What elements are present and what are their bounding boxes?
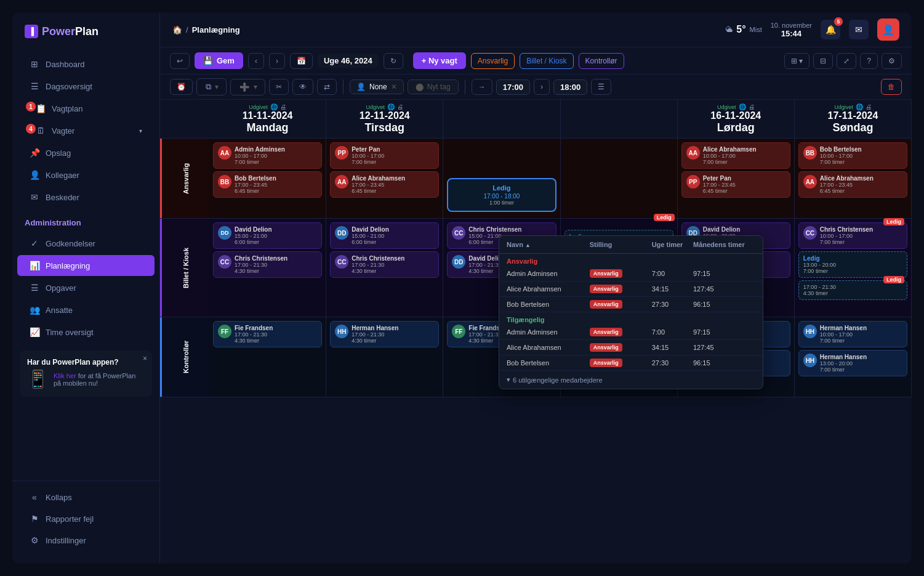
add-button[interactable]: ➕ xyxy=(237,83,252,92)
avatar: FF xyxy=(452,325,465,338)
shift-card[interactable]: DD David Delion 15:00 - 21:00 6:00 timer xyxy=(213,222,322,249)
shift-card[interactable]: AA Admin Adminsen 10:00 - 17:00 7:00 tim… xyxy=(213,142,322,169)
sidebar-item-beskeder[interactable]: ✉ Beskeder xyxy=(17,187,155,208)
next-icon: › xyxy=(540,83,543,91)
sidebar-item-dashboard[interactable]: ⊞ Dashboard xyxy=(17,54,155,75)
save-button[interactable]: 💾 Gem xyxy=(195,52,243,69)
kontroller-filter-button[interactable]: Kontrollør xyxy=(579,53,624,69)
help-button[interactable]: ? xyxy=(860,53,878,69)
shift-card[interactable]: Ledig CC Chris Christensen 10:00 - 17:00… xyxy=(798,222,907,249)
swap-button[interactable]: ⇄ xyxy=(317,79,337,95)
sidebar-bottom: « Kollaps ⚑ Rapporter fejl ⚙ Indstilling… xyxy=(12,481,159,551)
calendar-picker-button[interactable]: 📅 xyxy=(290,53,313,69)
dropdown-row[interactable]: Bob Bertelsen Ansvarlig 27:30 96:15 xyxy=(499,355,763,371)
undo-button[interactable]: ↩ xyxy=(170,53,190,69)
prev-week-button[interactable]: ‹ xyxy=(248,53,264,69)
shift-card[interactable]: BB Bob Bertelsen 10:00 - 17:00 7:00 time… xyxy=(798,142,907,169)
tag-input[interactable]: ⬤ Nyt tag xyxy=(408,79,459,94)
shift-info: Alice Abrahamsen 17:00 - 23:45 6:45 time… xyxy=(352,175,405,194)
udgivet-label: Udgivet xyxy=(717,104,736,110)
arrow-right-button[interactable]: → xyxy=(472,79,492,95)
notifications-button[interactable]: 🔔 5 xyxy=(821,20,840,39)
shift-card[interactable]: HH Herman Hansen 17:00 - 21:30 4:30 time… xyxy=(330,321,439,347)
ledig-badge: Ledig xyxy=(883,218,904,225)
dropdown-row[interactable]: Admin Adminsen Ansvarlig 7:00 97:15 xyxy=(499,325,763,340)
billet-label: Billet / Kiosk xyxy=(526,57,566,65)
shift-card[interactable]: DD David Delion 15:00 - 21:00 6:00 timer xyxy=(330,222,439,249)
home-icon[interactable]: 🏠 xyxy=(172,25,182,34)
col-maaned: Månedens timer xyxy=(693,241,755,248)
sidebar-item-vagter[interactable]: 4 🗓 Vagter ▾ xyxy=(17,120,155,141)
person-selector[interactable]: 👤 None ✕ xyxy=(350,79,404,94)
arrow-next-button[interactable]: › xyxy=(534,79,550,95)
sidebar-item-kollegaer[interactable]: 👤 Kollegaer xyxy=(17,164,155,185)
dropdown-row[interactable]: Bob Bertelsen Ansvarlig 27:30 96:15 xyxy=(499,297,763,312)
shift-card[interactable]: PP Peter Pan 17:00 - 23:45 6:45 timer xyxy=(681,171,790,198)
delete-button[interactable]: 🗑 xyxy=(881,79,902,95)
add-group: ➕ ▾ xyxy=(230,79,265,95)
shift-card[interactable]: PP Peter Pan 10:00 - 17:00 7:00 timer xyxy=(330,142,439,169)
shift-card[interactable]: HH Herman Hansen 10:00 - 17:00 7:00 time… xyxy=(798,321,907,347)
promo-link[interactable]: Klik her xyxy=(54,372,76,379)
time-to[interactable]: 18:00 xyxy=(553,79,587,95)
columns-button[interactable]: ⊟ xyxy=(813,53,833,69)
row-label-ansvarlig: Ansvarlig xyxy=(160,139,209,218)
sidebar-item-indstillinger[interactable]: ⚙ Indstillinger xyxy=(17,530,155,551)
shift-card[interactable]: BB Bob Bertelsen 17:00 - 23:45 6:45 time… xyxy=(213,171,322,198)
sidebar-item-planlaegning[interactable]: 📊 Planlægning xyxy=(17,255,155,276)
sidebar-item-godkendelser[interactable]: ✓ Godkendelser xyxy=(17,233,155,254)
dropdown-row[interactable]: Admin Adminsen Ansvarlig 7:00 97:15 xyxy=(499,266,763,282)
shift-card[interactable]: CC Chris Christensen 17:00 - 21:30 4:30 … xyxy=(330,251,439,278)
ledig-shift-card[interactable]: Ledig 17:00 - 18:00 1:00 timer xyxy=(447,178,556,212)
sidebar-item-opslag[interactable]: 📌 Opslag xyxy=(17,142,155,163)
alarm-button[interactable]: ⏰ xyxy=(170,79,193,95)
sidebar-item-dagsoversigt[interactable]: ☰ Dagsoversigt xyxy=(17,76,155,97)
ledig-shift-card[interactable]: Ledig 17:00 - 21:30 4:30 timer xyxy=(798,280,907,300)
mail-icon: ✉ xyxy=(30,192,39,202)
show-unavailable-button[interactable]: ▾ 6 utilgængelige medarbejdere xyxy=(499,371,763,389)
shift-card[interactable]: CC Chris Christensen 17:00 - 21:30 4:30 … xyxy=(213,251,322,278)
next-week-button[interactable]: › xyxy=(269,53,285,69)
dropdown-row[interactable]: Alice Abrahamsen Ansvarlig 34:15 127:45 xyxy=(499,282,763,297)
promo-title: Har du PowerPlan appen? xyxy=(27,358,145,367)
new-shift-button[interactable]: + Ny vagt xyxy=(413,52,466,69)
logo: ▐ PowerPlan xyxy=(12,25,159,53)
sidebar-item-rapporter-fejl[interactable]: ⚑ Rapporter fejl xyxy=(17,508,155,529)
shift-card[interactable]: AA Alice Abrahamsen 17:00 - 23:45 6:45 t… xyxy=(798,171,907,198)
sidebar-item-kollaps[interactable]: « Kollaps xyxy=(17,487,155,508)
refresh-button[interactable]: ↻ xyxy=(384,53,403,69)
promo-body: Klik her for at få PowerPlan på mobilen … xyxy=(54,372,145,387)
employee-uge: 27:30 xyxy=(652,301,693,308)
billet-filter-button[interactable]: Billet / Kiosk xyxy=(520,53,573,69)
employee-dropdown: Navn ▲ Stilling Uge timer Månedens timer… xyxy=(499,235,763,389)
sidebar-item-ansatte[interactable]: 👥 Ansatte xyxy=(17,299,155,320)
ledig-shift-card[interactable]: Ledig 13:00 - 20:00 7:00 timer xyxy=(798,251,907,278)
copy-button[interactable]: ⧉ xyxy=(203,82,214,92)
sidebar-item-time-oversigt[interactable]: 📈 Time oversigt xyxy=(17,322,155,343)
avatar: FF xyxy=(218,325,231,338)
dropdown-row[interactable]: Alice Abrahamsen Ansvarlig 34:15 127:45 xyxy=(499,340,763,355)
messages-button[interactable]: ✉ xyxy=(849,20,869,39)
settings-button[interactable]: ⚙ xyxy=(882,53,902,69)
cut-button[interactable]: ✂ xyxy=(269,79,289,95)
promo-close-button[interactable]: × xyxy=(143,354,147,363)
flag-icon: ⚑ xyxy=(30,514,39,524)
shift-card[interactable]: AA Alice Abrahamsen 17:00 - 23:45 6:45 t… xyxy=(330,171,439,198)
shift-card[interactable]: FF Fie Frandsen 17:00 - 21:30 4:30 timer xyxy=(213,321,322,347)
sidebar-item-vagtplan[interactable]: 1 📋 Vagtplan xyxy=(17,98,155,119)
shift-card[interactable]: HH Herman Hansen 13:00 - 20:00 7:00 time… xyxy=(798,350,907,376)
employee-maaned: 96:15 xyxy=(693,359,755,367)
time-from[interactable]: 17:00 xyxy=(496,79,530,95)
shift-card[interactable]: AA Alice Abrahamsen 10:00 - 17:00 7:00 t… xyxy=(681,142,790,169)
pin-icon: 📌 xyxy=(30,148,39,158)
layout-button[interactable]: ⊞ ▾ xyxy=(784,53,810,69)
employee-stilling: Ansvarlig xyxy=(590,269,652,278)
sidebar-item-opgaver[interactable]: ☰ Opgaver xyxy=(17,277,155,298)
ansvarlig-filter-button[interactable]: Ansvarlig xyxy=(471,53,515,69)
filter-button[interactable]: ☰ xyxy=(591,79,611,95)
day-header-torsdag xyxy=(561,100,678,138)
user-avatar-button[interactable]: 👤 xyxy=(877,18,899,41)
hide-button[interactable]: 👁 xyxy=(292,79,313,95)
sidebar-item-label: Beskeder xyxy=(46,193,79,202)
expand-button[interactable]: ⤢ xyxy=(837,53,856,69)
